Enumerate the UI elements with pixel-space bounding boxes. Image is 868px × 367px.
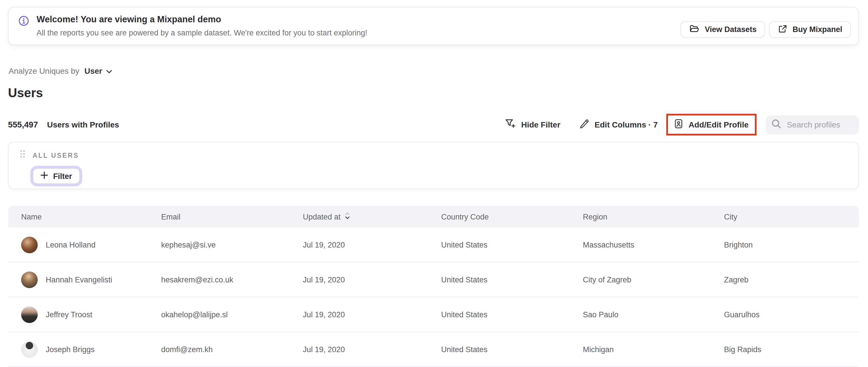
chevron-down-icon: [106, 66, 112, 75]
cell-name: Leona Holland: [46, 240, 95, 249]
search-icon: [771, 119, 781, 131]
table-row[interactable]: Leona Holland kephesaj@si.ve Jul 19, 202…: [8, 227, 859, 263]
analyze-uniques-row: Analyze Uniques by User: [8, 66, 112, 75]
column-header-city[interactable]: City: [724, 212, 859, 221]
search-profiles-input[interactable]: [786, 120, 853, 130]
search-profiles-box[interactable]: [766, 115, 859, 134]
cell-country-code: United States: [441, 240, 583, 249]
cell-name: Joseph Briggs: [46, 345, 95, 354]
cell-country-code: United States: [441, 275, 583, 284]
table-row[interactable]: Hannah Evangelisti hesakrem@ezi.co.uk Ju…: [8, 263, 859, 297]
table-row[interactable]: Joseph Briggs domfi@zem.kh Jul 19, 2020 …: [8, 332, 859, 367]
filter-group-label: ALL USERS: [33, 152, 79, 159]
add-edit-profile-label: Add/Edit Profile: [689, 120, 749, 129]
avatar: [21, 306, 38, 323]
banner-subtitle: All the reports you see are powered by a…: [37, 29, 367, 37]
buy-mixpanel-label: Buy Mixpanel: [793, 25, 842, 34]
funnel-plus-icon: [505, 119, 516, 130]
column-header-region[interactable]: Region: [583, 212, 724, 221]
buy-mixpanel-button[interactable]: Buy Mixpanel: [769, 21, 851, 38]
hide-filter-label: Hide Filter: [521, 120, 560, 129]
cell-name: Jeffrey Troost: [46, 310, 92, 319]
cell-updated-at: Jul 19, 2020: [303, 310, 441, 319]
add-filter-button[interactable]: Filter: [33, 168, 80, 184]
drag-handle-icon[interactable]: [20, 150, 25, 161]
table-row[interactable]: Jeffrey Troost okahelop@lalijpe.sl Jul 1…: [8, 297, 859, 332]
info-icon: [18, 16, 29, 29]
cell-country-code: United States: [441, 345, 583, 354]
cell-email: hesakrem@ezi.co.uk: [161, 275, 303, 284]
cell-region: City of Zagreb: [583, 275, 724, 284]
plus-icon: [40, 172, 48, 181]
column-header-country-code[interactable]: Country Code: [441, 212, 583, 221]
cell-email: okahelop@lalijpe.sl: [161, 310, 303, 319]
cell-country-code: United States: [441, 310, 583, 319]
page-title: Users: [8, 86, 43, 101]
analyze-selected-value: User: [85, 66, 102, 75]
table-header-row: Name Email Updated at Country Code Regio…: [8, 206, 859, 227]
column-header-updated-at[interactable]: Updated at: [303, 212, 441, 221]
column-header-updated-at-label: Updated at: [303, 212, 341, 221]
pencil-icon: [579, 119, 589, 130]
sort-updown-icon: [345, 212, 350, 221]
cell-city: Guarulhos: [724, 310, 859, 319]
cell-city: Brighton: [724, 240, 859, 249]
folder-icon: [689, 24, 700, 35]
banner-title: Welcome! You are viewing a Mixpanel demo: [37, 14, 367, 25]
external-link-icon: [778, 24, 787, 35]
column-header-email[interactable]: Email: [161, 212, 303, 221]
add-edit-profile-button[interactable]: Add/Edit Profile: [666, 114, 756, 135]
cell-region: Michigan: [583, 345, 724, 354]
add-filter-label: Filter: [53, 172, 72, 180]
profile-badge-icon: [674, 119, 683, 130]
view-datasets-button[interactable]: View Datasets: [681, 21, 765, 38]
analyze-by-dropdown[interactable]: User: [85, 66, 112, 75]
analyze-prefix-label: Analyze Uniques by: [8, 66, 80, 75]
profiles-count: 555,497: [8, 120, 38, 129]
column-header-name[interactable]: Name: [21, 212, 161, 221]
edit-columns-label: Edit Columns · 7: [595, 120, 658, 129]
cell-updated-at: Jul 19, 2020: [303, 345, 441, 354]
cell-city: Big Rapids: [724, 345, 859, 354]
cell-updated-at: Jul 19, 2020: [303, 275, 441, 284]
avatar: [21, 271, 38, 288]
controls-row: 555,497 Users with Profiles Hide Filter …: [8, 113, 859, 136]
edit-columns-button[interactable]: Edit Columns · 7: [579, 119, 658, 130]
avatar: [21, 236, 38, 253]
cell-city: Zagreb: [724, 275, 859, 284]
cell-region: Massachusetts: [583, 240, 724, 249]
hide-filter-button[interactable]: Hide Filter: [505, 119, 560, 130]
users-page: Welcome! You are viewing a Mixpanel demo…: [0, 0, 868, 367]
cell-name: Hannah Evangelisti: [46, 275, 112, 284]
cell-email: kephesaj@si.ve: [161, 240, 303, 249]
cell-region: Sao Paulo: [583, 310, 724, 319]
avatar: [21, 341, 38, 358]
profiles-count-label: Users with Profiles: [47, 120, 119, 129]
demo-banner: Welcome! You are viewing a Mixpanel demo…: [8, 7, 859, 45]
view-datasets-label: View Datasets: [705, 25, 756, 34]
cell-updated-at: Jul 19, 2020: [303, 240, 441, 249]
cell-email: domfi@zem.kh: [161, 345, 303, 354]
profiles-table: Name Email Updated at Country Code Regio…: [8, 206, 859, 367]
filter-panel: ALL USERS Filter: [8, 142, 859, 189]
